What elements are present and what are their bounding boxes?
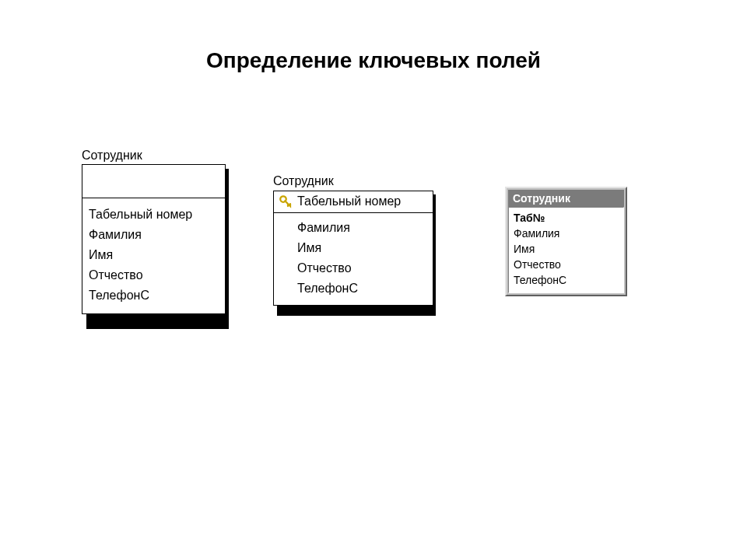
table3-body: Таб№ Фамилия Имя Отчество ТелефонС (508, 207, 624, 293)
table2-key-field: Табельный номер (297, 194, 401, 208)
table3-field: ТелефонС (514, 272, 619, 288)
table2-box: Табельный номер Фамилия Имя Отчество Тел… (273, 191, 433, 306)
table1-field: Имя (89, 245, 219, 265)
table3-field: Фамилия (514, 226, 619, 241)
table3-header: Сотрудник (508, 190, 624, 207)
table3-field: Отчество (514, 257, 619, 272)
table2-label: Сотрудник (273, 174, 334, 188)
table1: Табельный номер Фамилия Имя Отчество Тел… (82, 164, 224, 314)
table2: Табельный номер Фамилия Имя Отчество Тел… (273, 191, 432, 306)
table1-field: Фамилия (89, 225, 219, 245)
table2-field: Отчество (297, 258, 428, 278)
table1-key-area (82, 165, 225, 198)
table1-label: Сотрудник (82, 149, 142, 163)
table1-field: Табельный номер (89, 205, 219, 225)
page-title: Определение ключевых полей (0, 48, 747, 73)
table1-box: Табельный номер Фамилия Имя Отчество Тел… (82, 164, 226, 314)
table3-field: Имя (514, 241, 619, 257)
table2-body: Фамилия Имя Отчество ТелефонС (274, 213, 433, 305)
table2-field: Имя (297, 238, 428, 258)
table1-field: ТелефонС (89, 285, 219, 306)
table3: Сотрудник Таб№ Фамилия Имя Отчество Теле… (505, 187, 627, 296)
table2-field: Фамилия (297, 218, 428, 238)
table2-field: ТелефонС (297, 278, 428, 299)
key-icon (279, 194, 293, 208)
table1-field: Отчество (89, 265, 219, 285)
table3-key-field: Таб№ (514, 210, 619, 226)
table2-key-row: Табельный номер (274, 191, 433, 213)
table1-body: Табельный номер Фамилия Имя Отчество Тел… (82, 198, 225, 313)
